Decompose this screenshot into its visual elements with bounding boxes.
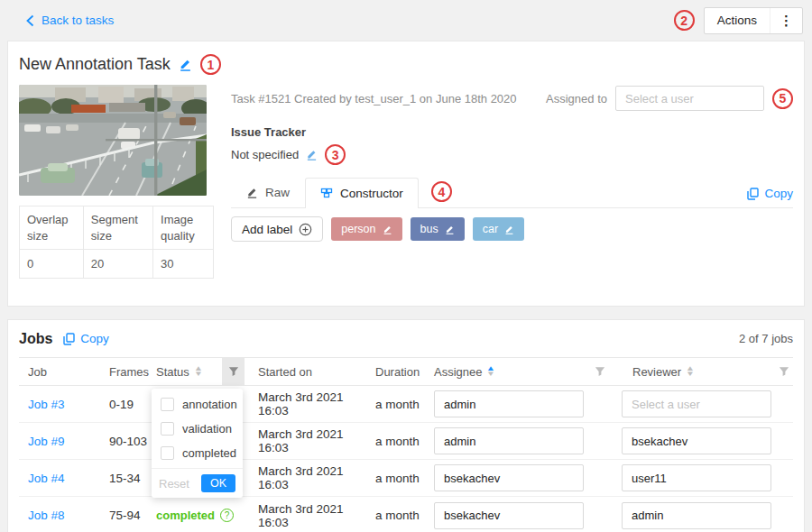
job-link[interactable]: Job #3 <box>19 398 100 411</box>
reviewer-input[interactable] <box>622 427 771 454</box>
edit-issue-tracker-icon[interactable] <box>306 149 318 161</box>
assignee-input[interactable] <box>434 464 584 491</box>
task-parameters-table: Overlap size Segment size Image quality … <box>19 206 214 279</box>
actions-button-label: Actions <box>705 14 770 27</box>
edit-task-name-icon[interactable] <box>179 58 192 71</box>
assignee-input[interactable] <box>434 502 584 529</box>
jobs-copy-label: Copy <box>80 332 109 345</box>
label-chip-person[interactable]: person <box>331 217 401 241</box>
column-header-frames: Frames <box>100 358 154 385</box>
assignee-input[interactable] <box>434 390 584 417</box>
job-link[interactable]: Job #9 <box>19 435 100 448</box>
param-header-segment: Segment size <box>83 206 152 250</box>
checkbox[interactable] <box>161 398 174 411</box>
frames-cell: 90-103 <box>100 435 154 448</box>
back-link-label: Back to tasks <box>42 14 114 27</box>
annotation-circle-5: 5 <box>772 88 793 109</box>
copy-icon <box>63 333 75 345</box>
status-filter-icon[interactable] <box>222 358 245 385</box>
blocks-icon <box>320 187 333 199</box>
checkbox[interactable] <box>161 446 174 460</box>
jobs-table: Job Frames Status ▲▼ Started on Duration… <box>19 357 793 532</box>
sort-icon[interactable]: ▲▼ <box>687 366 694 377</box>
filter-option-validation[interactable]: validation <box>152 417 243 441</box>
label-chip-car[interactable]: car <box>473 217 524 241</box>
question-circle-icon[interactable]: ? <box>220 509 234 522</box>
labels-list: Add label person bus <box>231 216 793 242</box>
table-row: Job #4 15-34 March 3rd 2021 16:03 a mont… <box>19 460 793 497</box>
annotation-circle-2: 2 <box>674 10 695 31</box>
filter-option-completed[interactable]: completed <box>152 441 243 465</box>
label-chip-car-name: car <box>483 223 498 235</box>
column-header-started: Started on <box>245 358 371 385</box>
jobs-copy-link[interactable]: Copy <box>63 332 109 345</box>
job-link[interactable]: Job #8 <box>19 509 100 522</box>
label-chip-person-name: person <box>341 223 375 235</box>
issue-tracker-value: Not specified <box>231 148 299 161</box>
add-label-button[interactable]: Add label <box>231 216 323 242</box>
pencil-icon[interactable] <box>445 225 455 234</box>
back-to-tasks-link[interactable]: Back to tasks <box>25 14 114 27</box>
jobs-table-header: Job Frames Status ▲▼ Started on Duration… <box>19 357 793 386</box>
column-header-reviewer-label: Reviewer <box>632 365 681 379</box>
table-row: Job #8 75-94 completed ? March 3rd 2021 … <box>19 497 793 532</box>
task-details-card: New Annotation Task 1 <box>7 41 805 307</box>
checkbox[interactable] <box>161 422 174 436</box>
started-cell: March 3rd 2021 16:03 <box>245 502 371 529</box>
column-header-reviewer[interactable]: Reviewer ▲▼ <box>614 358 793 385</box>
column-header-status[interactable]: Status ▲▼ <box>154 358 222 385</box>
tab-constructor[interactable]: Constructor <box>305 178 419 208</box>
pencil-icon[interactable] <box>383 225 392 234</box>
label-chip-bus[interactable]: bus <box>411 217 465 241</box>
started-cell: March 3rd 2021 16:03 <box>245 464 371 491</box>
sort-icon-active[interactable]: ▲▼ <box>487 366 494 377</box>
filter-reset-button[interactable]: Reset <box>159 477 189 491</box>
labels-copy-link[interactable]: Copy <box>747 187 793 207</box>
jobs-card: Jobs Copy 2 of 7 jobs Job Frames Status … <box>7 319 805 532</box>
param-header-quality: Image quality <box>153 206 214 250</box>
jobs-count-label: 2 of 7 jobs <box>739 332 793 345</box>
filter-option-validation-label: validation <box>182 422 232 436</box>
job-link[interactable]: Job #4 <box>19 472 100 485</box>
frames-cell: 0-19 <box>100 398 154 411</box>
frames-cell: 15-34 <box>100 472 154 485</box>
param-value-segment: 20 <box>83 250 152 279</box>
duration-cell: a month <box>371 472 429 485</box>
assigned-to-label: Assigned to <box>546 92 607 105</box>
filter-ok-button[interactable]: OK <box>201 474 235 492</box>
annotation-circle-4: 4 <box>431 181 452 202</box>
tab-raw-label: Raw <box>265 186 290 199</box>
back-chevron-icon <box>25 14 35 27</box>
pencil-icon[interactable] <box>504 225 514 234</box>
assignee-filter-icon[interactable] <box>595 366 614 377</box>
label-chip-bus-name: bus <box>420 223 438 235</box>
started-cell: March 3rd 2021 16:03 <box>245 427 371 454</box>
reviewer-input[interactable] <box>622 502 771 529</box>
filter-option-annotation-label: annotation <box>182 398 237 411</box>
reviewer-filter-icon[interactable] <box>779 366 793 377</box>
sort-icon[interactable]: ▲▼ <box>195 366 202 377</box>
annotation-circle-3: 3 <box>325 144 346 165</box>
tab-raw[interactable]: Raw <box>231 177 305 207</box>
reviewer-input[interactable] <box>622 390 771 417</box>
table-row: Job #3 0-19 March 3rd 2021 16:03 a month <box>19 386 793 423</box>
kebab-menu-icon[interactable]: ⋮ <box>770 8 802 33</box>
assigned-to-input[interactable] <box>615 86 764 111</box>
issue-tracker-label: Issue Tracker <box>231 125 793 139</box>
copy-link-label: Copy <box>764 187 793 200</box>
top-bar: Back to tasks 2 Actions ⋮ <box>0 0 812 41</box>
reviewer-input[interactable] <box>622 464 771 491</box>
frames-cell: 75-94 <box>100 509 154 522</box>
filter-option-annotation[interactable]: annotation <box>152 392 243 417</box>
column-header-assignee-label: Assignee <box>434 365 482 379</box>
column-header-duration: Duration <box>371 358 429 385</box>
tab-constructor-label: Constructor <box>340 187 403 200</box>
duration-cell: a month <box>371 509 429 522</box>
column-header-assignee[interactable]: Assignee ▲▼ <box>429 358 614 385</box>
duration-cell: a month <box>371 435 429 448</box>
copy-icon <box>747 188 759 200</box>
param-value-overlap: 0 <box>20 250 84 279</box>
actions-button[interactable]: Actions ⋮ <box>704 7 803 34</box>
labels-tabs: Raw Constructor 4 <box>231 177 793 208</box>
assignee-input[interactable] <box>434 427 584 454</box>
